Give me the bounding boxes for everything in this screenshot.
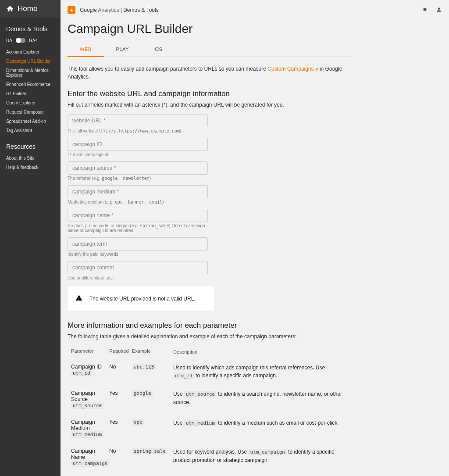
sidebar: Home Demos & Tools UA GA4 Account Explor…: [0, 0, 61, 476]
field-hint: Marketing medium (e.g. cpc, banner, emai…: [68, 200, 208, 204]
external-link-icon: ⬈: [315, 67, 318, 72]
sidebar-item[interactable]: Account Explorer: [0, 47, 61, 57]
field-hint: Identify the paid keywords: [68, 252, 208, 257]
sidebar-item[interactable]: Tag Assistant: [0, 126, 61, 135]
sidebar-section-resources: Resources: [0, 135, 61, 154]
ua-ga4-toggle[interactable]: UA GA4: [0, 36, 61, 47]
sidebar-item[interactable]: Hit Builder: [0, 89, 61, 98]
field-hint: Use to differentiate ads: [68, 276, 208, 280]
enter-heading: Enter the website URL and campaign infor…: [68, 89, 352, 98]
sidebar-item[interactable]: Enhanced Ecommerce: [0, 80, 61, 89]
table-header: Parameter Required Example Description: [68, 346, 352, 358]
table-row: Campaign Termutm_termNorunning+shoesUsed…: [68, 472, 352, 476]
sidebar-item[interactable]: Spreadsheet Add-on: [0, 117, 61, 126]
tabs: WEB PLAY IOS: [68, 42, 352, 57]
toggle-switch[interactable]: [16, 38, 25, 43]
sidebar-item[interactable]: Request Composer: [0, 107, 61, 117]
form-field: Marketing medium (e.g. cpc, banner, emai…: [68, 185, 208, 204]
account-icon[interactable]: [436, 7, 442, 14]
sidebar-item[interactable]: Help & feedback: [0, 163, 61, 172]
sidebar-item[interactable]: Dimensions & Metrics Explorer: [0, 66, 61, 80]
field-hint: Product, promo code, or slogan (e.g. spr…: [68, 223, 208, 233]
field-hint: The full website URL (e.g. https://www.e…: [68, 129, 208, 133]
text-input[interactable]: [68, 237, 208, 251]
sidebar-section-demos: Demos & Tools: [0, 18, 61, 36]
more-info-subtext: The following table gives a detailed exp…: [68, 333, 352, 340]
custom-campaigns-link[interactable]: Custom Campaigns⬈: [267, 66, 318, 72]
brand-text: Google Analytics | Demos & Tools: [80, 7, 159, 13]
form-field: The ads campaign id.: [68, 138, 208, 157]
form-field: The referrer (e.g. google, newsletter): [68, 161, 208, 181]
bug-icon[interactable]: [422, 7, 428, 14]
text-input[interactable]: [68, 161, 208, 175]
alert-message: The website URL provided is not a valid …: [89, 296, 196, 302]
sidebar-item[interactable]: Query Explorer: [0, 98, 61, 107]
text-input[interactable]: [68, 261, 208, 274]
form-field: Product, promo code, or slogan (e.g. spr…: [68, 209, 208, 233]
table-row: Campaign IDutm_idNoabc.123Used to identi…: [68, 358, 352, 385]
intro-text: This tool allows you to easily add campa…: [68, 65, 352, 81]
tab-ios[interactable]: IOS: [141, 42, 175, 57]
text-input[interactable]: [68, 185, 208, 198]
home-label: Home: [18, 4, 37, 13]
table-row: Campaign Sourceutm_sourceYesgoogleUse ut…: [68, 385, 352, 414]
form-field: Identify the paid keywords: [68, 237, 208, 257]
warning-icon: [75, 294, 82, 303]
toggle-label-ua: UA: [6, 38, 12, 43]
form-field: Use to differentiate ads: [68, 261, 208, 280]
main-content: ✦ Google Analytics | Demos & Tools Campa…: [61, 0, 449, 476]
params-table: Parameter Required Example Description C…: [68, 346, 352, 476]
field-hint: The referrer (e.g. google, newsletter): [68, 176, 208, 181]
enter-subtext: Fill out all fields marked with an aster…: [68, 102, 352, 108]
form-field: The full website URL (e.g. https://www.e…: [68, 114, 208, 133]
text-input[interactable]: [68, 138, 208, 151]
validation-alert: The website URL provided is not a valid …: [68, 286, 214, 311]
more-info-heading: More information and examples for each p…: [68, 321, 352, 330]
table-row: Campaign Mediumutm_mediumYescpcUse utm_m…: [68, 414, 352, 443]
home-icon: [6, 5, 14, 13]
text-input[interactable]: [68, 209, 208, 222]
text-input[interactable]: [68, 114, 208, 127]
topbar: ✦ Google Analytics | Demos & Tools: [61, 0, 449, 14]
toggle-label-ga4: GA4: [29, 38, 38, 43]
sidebar-item[interactable]: Campaign URL Builder: [0, 57, 61, 66]
tab-play[interactable]: PLAY: [104, 42, 141, 57]
field-hint: The ads campaign id.: [68, 152, 208, 157]
sidebar-item[interactable]: About this Site: [0, 154, 61, 163]
table-row: Campaign Nameutm_campaignNospring_saleUs…: [68, 443, 352, 472]
home-button[interactable]: Home: [0, 0, 61, 18]
tab-web[interactable]: WEB: [68, 42, 104, 57]
ga-logo-icon: ✦: [68, 6, 75, 14]
page-title: Campaign URL Builder: [68, 22, 352, 36]
